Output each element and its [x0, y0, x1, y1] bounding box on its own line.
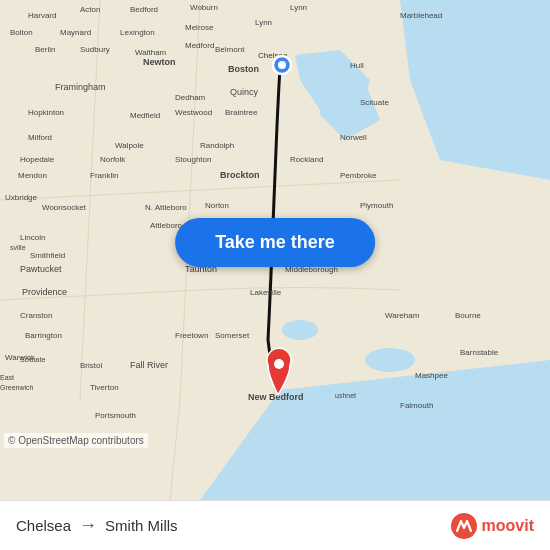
svg-text:Waltham: Waltham: [135, 48, 167, 57]
svg-text:Smithfield: Smithfield: [30, 251, 65, 260]
svg-text:sville: sville: [10, 244, 26, 251]
svg-text:Mendon: Mendon: [18, 171, 47, 180]
svg-text:Harvard: Harvard: [28, 11, 56, 20]
svg-text:Plymouth: Plymouth: [360, 201, 393, 210]
svg-text:Brockton: Brockton: [220, 170, 260, 180]
svg-text:Scituate: Scituate: [360, 98, 389, 107]
svg-text:New Bedford: New Bedford: [248, 392, 304, 402]
svg-text:Westwood: Westwood: [175, 108, 212, 117]
svg-text:Maynard: Maynard: [60, 28, 91, 37]
svg-text:Braintree: Braintree: [225, 108, 258, 117]
svg-text:Cranston: Cranston: [20, 311, 52, 320]
svg-text:Walpole: Walpole: [115, 141, 144, 150]
svg-text:Mashpee: Mashpee: [415, 371, 448, 380]
svg-text:Attleboro: Attleboro: [150, 221, 183, 230]
svg-text:Lynn: Lynn: [290, 3, 307, 12]
svg-text:Pembroke: Pembroke: [340, 171, 377, 180]
svg-text:Bristol: Bristol: [80, 361, 102, 370]
svg-text:Newton: Newton: [143, 57, 176, 67]
svg-point-85: [274, 359, 284, 369]
svg-text:East: East: [0, 374, 14, 381]
svg-text:Acton: Acton: [80, 5, 100, 14]
map-attribution: © OpenStreetMap contributors: [4, 433, 148, 448]
svg-text:Portsmouth: Portsmouth: [95, 411, 136, 420]
svg-text:Barnstable: Barnstable: [460, 348, 499, 357]
svg-text:Providence: Providence: [22, 287, 67, 297]
svg-text:Scituate: Scituate: [20, 356, 45, 363]
svg-text:N. Attleboro: N. Attleboro: [145, 203, 187, 212]
svg-text:Norfolk: Norfolk: [100, 155, 126, 164]
svg-point-8: [282, 320, 318, 340]
svg-text:Somerset: Somerset: [215, 331, 250, 340]
bottom-bar: Chelsea → Smith Mills moovit: [0, 500, 550, 550]
svg-text:Greenwich: Greenwich: [0, 384, 34, 391]
svg-text:Lakeville: Lakeville: [250, 288, 282, 297]
moovit-icon: [450, 512, 478, 540]
svg-text:Falmouth: Falmouth: [400, 401, 433, 410]
svg-text:Hopedale: Hopedale: [20, 155, 55, 164]
svg-text:Barrington: Barrington: [25, 331, 62, 340]
svg-text:Sudbury: Sudbury: [80, 45, 110, 54]
svg-point-84: [278, 61, 286, 69]
svg-text:Melrose: Melrose: [185, 23, 214, 32]
svg-text:Freetown: Freetown: [175, 331, 208, 340]
svg-text:Lexington: Lexington: [120, 28, 155, 37]
svg-text:Franklin: Franklin: [90, 171, 118, 180]
svg-text:Woonsocket: Woonsocket: [42, 203, 87, 212]
svg-text:Hopkinton: Hopkinton: [28, 108, 64, 117]
svg-text:Milford: Milford: [28, 133, 52, 142]
arrow-icon: →: [79, 515, 97, 536]
svg-text:Medford: Medford: [185, 41, 214, 50]
svg-text:Bolton: Bolton: [10, 28, 33, 37]
moovit-logo: moovit: [450, 512, 534, 540]
svg-text:Tiverton: Tiverton: [90, 383, 119, 392]
svg-text:Lincoln: Lincoln: [20, 233, 45, 242]
svg-text:Stoughton: Stoughton: [175, 155, 211, 164]
svg-text:Medfield: Medfield: [130, 111, 160, 120]
svg-text:ushnet: ushnet: [335, 392, 356, 399]
svg-text:Berlin: Berlin: [35, 45, 55, 54]
svg-text:Hull: Hull: [350, 61, 364, 70]
origin-label: Chelsea: [16, 517, 71, 534]
svg-text:Fall River: Fall River: [130, 360, 168, 370]
svg-text:Woburn: Woburn: [190, 3, 218, 12]
moovit-brand-text: moovit: [482, 517, 534, 535]
svg-text:Randolph: Randolph: [200, 141, 234, 150]
svg-text:Bedford: Bedford: [130, 5, 158, 14]
svg-text:Lynn: Lynn: [255, 18, 272, 27]
svg-text:Norwell: Norwell: [340, 133, 367, 142]
svg-text:Dedham: Dedham: [175, 93, 206, 102]
svg-text:Norton: Norton: [205, 201, 229, 210]
svg-text:Pawtucket: Pawtucket: [20, 264, 62, 274]
route-info: Chelsea → Smith Mills: [16, 515, 178, 536]
svg-text:Framingham: Framingham: [55, 82, 106, 92]
destination-label: Smith Mills: [105, 517, 178, 534]
svg-text:Rockland: Rockland: [290, 155, 323, 164]
svg-text:Boston: Boston: [228, 64, 259, 74]
svg-text:Wareham: Wareham: [385, 311, 420, 320]
svg-text:Quincy: Quincy: [230, 87, 259, 97]
svg-text:Marblehead: Marblehead: [400, 11, 442, 20]
svg-text:Belmont: Belmont: [215, 45, 245, 54]
svg-point-9: [365, 348, 415, 372]
map-container: Harvard Acton Bedford Woburn Lynn Marble…: [0, 0, 550, 500]
svg-text:Uxbridge: Uxbridge: [5, 193, 38, 202]
take-me-there-button[interactable]: Take me there: [175, 218, 375, 267]
svg-text:Bourne: Bourne: [455, 311, 481, 320]
